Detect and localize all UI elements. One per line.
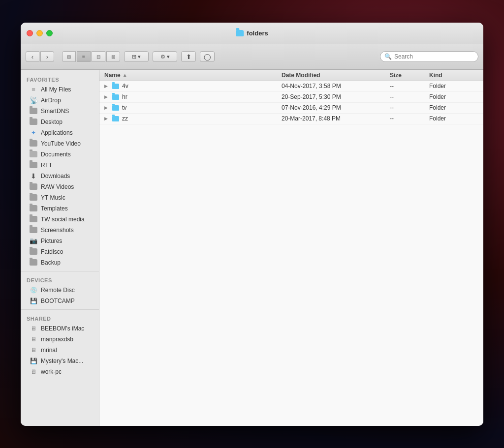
file-kind-hr: Folder <box>429 93 478 100</box>
window-title-text: folders <box>247 30 268 37</box>
table-row[interactable]: ▶ zz 20-Mar-2017, 8:48 PM -- Folder <box>99 114 483 124</box>
sidebar-item-tw-social-media[interactable]: TW social media <box>23 214 97 225</box>
sidebar-label-raw-videos: RAW Videos <box>41 183 74 190</box>
sidebar: Favorites ≡ All My Files 📡 AirDrop Smart… <box>21 70 99 426</box>
share-button[interactable]: ⬆ <box>181 51 196 62</box>
all-files-icon: ≡ <box>30 86 37 93</box>
expand-arrow-4v[interactable]: ▶ <box>104 84 109 89</box>
sidebar-label-documents: Documents <box>41 151 71 158</box>
sidebar-item-desktop[interactable]: Desktop <box>23 117 97 127</box>
file-name-tv: tv <box>122 104 126 111</box>
file-size-tv: -- <box>390 104 429 111</box>
expand-arrow-hr[interactable]: ▶ <box>104 94 109 99</box>
share-icon: ⬆ <box>186 53 191 60</box>
tag-icon: ◯ <box>204 53 211 60</box>
sidebar-label-airdrop: AirDrop <box>41 97 61 104</box>
sidebar-label-backup: Backup <box>41 259 61 266</box>
sidebar-item-manpraxdsb[interactable]: 🖥 manpraxdsb <box>23 334 97 345</box>
mysterys-mac-icon: 💾 <box>30 357 37 365</box>
fatdisco-folder-icon <box>30 248 37 256</box>
sidebar-item-templates[interactable]: Templates <box>23 203 97 214</box>
action-arrow: ▾ <box>167 54 170 60</box>
file-size-4v: -- <box>390 83 429 90</box>
sidebar-item-documents[interactable]: Documents <box>23 149 97 160</box>
minimize-button[interactable] <box>36 30 43 36</box>
sidebar-item-mrinal[interactable]: 🖥 mrinal <box>23 345 97 356</box>
view-icon-button[interactable]: ⊞ <box>62 51 76 62</box>
table-row[interactable]: ▶ 4v 04-Nov-2017, 3:58 PM -- Folder <box>99 81 483 92</box>
sidebar-item-remote-disc[interactable]: 💿 Remote Disc <box>23 285 97 296</box>
tw-social-folder-icon <box>30 215 37 223</box>
title-folder-icon <box>236 30 244 36</box>
sidebar-label-templates: Templates <box>41 205 68 212</box>
sidebar-item-yt-music[interactable]: YT Music <box>23 192 97 203</box>
action-button[interactable]: ⚙ ▾ <box>153 51 177 62</box>
sidebar-item-bootcamp[interactable]: 💾 BOOTCAMP <box>23 296 97 306</box>
sidebar-item-beebom-imac[interactable]: 🖥 BEEBOM's iMac <box>23 323 97 334</box>
sidebar-item-fatdisco[interactable]: Fatdisco <box>23 246 97 257</box>
sidebar-label-manpraxdsb: manpraxdsb <box>41 336 73 343</box>
pictures-icon: 📷 <box>30 237 37 245</box>
close-button[interactable] <box>27 30 33 36</box>
downloads-icon: ⬇ <box>30 172 37 180</box>
file-name-zz: zz <box>122 115 128 122</box>
sidebar-label-all-my-files: All My Files <box>41 86 71 93</box>
file-date-tv: 07-Nov-2016, 4:29 PM <box>282 104 390 111</box>
sidebar-label-mysterys-mac: Mystery's Mac... <box>41 358 83 364</box>
sidebar-item-pictures[interactable]: 📷 Pictures <box>23 236 97 246</box>
sidebar-item-raw-videos[interactable]: RAW Videos <box>23 181 97 192</box>
manpraxdsb-icon: 🖥 <box>30 335 37 343</box>
forward-button[interactable]: › <box>40 51 54 62</box>
gear-icon: ⚙ <box>160 54 165 60</box>
file-table-header: Name ▲ Date Modified Size Kind <box>99 70 483 81</box>
sidebar-item-rtt[interactable]: RTT <box>23 160 97 171</box>
search-box[interactable]: 🔍 <box>380 51 478 62</box>
expand-arrow-tv[interactable]: ▶ <box>104 105 109 110</box>
sidebar-item-airdrop[interactable]: 📡 AirDrop <box>23 95 97 106</box>
sidebar-item-downloads[interactable]: ⬇ Downloads <box>23 171 97 181</box>
expand-arrow-zz[interactable]: ▶ <box>104 116 109 121</box>
sidebar-label-tw-social-media: TW social media <box>41 216 85 223</box>
sidebar-label-remote-disc: Remote Disc <box>41 287 75 294</box>
folder-icon-4v <box>112 84 119 89</box>
content-area: Favorites ≡ All My Files 📡 AirDrop Smart… <box>21 70 483 426</box>
col-date-label: Date Modified <box>282 72 320 79</box>
sidebar-item-all-my-files[interactable]: ≡ All My Files <box>23 84 97 95</box>
sidebar-label-work-pc: work-pc <box>41 368 62 375</box>
sidebar-item-mysterys-mac[interactable]: 💾 Mystery's Mac... <box>23 356 97 366</box>
file-size-hr: -- <box>390 93 429 100</box>
sidebar-item-work-pc[interactable]: 🖥 work-pc <box>23 366 97 377</box>
sidebar-item-backup[interactable]: Backup <box>23 257 97 268</box>
arrange-arrow: ▾ <box>138 54 141 60</box>
sidebar-item-youtube-video[interactable]: YouTube Video <box>23 138 97 149</box>
arrange-button[interactable]: ⊞ ▾ <box>124 51 149 62</box>
table-row[interactable]: ▶ hr 20-Sep-2017, 5:30 PM -- Folder <box>99 92 483 103</box>
sidebar-item-applications[interactable]: ✦ Applications <box>23 127 97 138</box>
arrange-icon: ⊞ <box>132 54 136 60</box>
tag-button[interactable]: ◯ <box>200 51 215 62</box>
col-header-date[interactable]: Date Modified <box>282 72 390 79</box>
sidebar-item-screenshots[interactable]: Screenshots <box>23 225 97 236</box>
view-buttons: ⊞ ≡ ⊟ ⊠ <box>62 51 120 62</box>
view-columns-button[interactable]: ⊟ <box>92 51 105 62</box>
search-input[interactable] <box>394 53 474 60</box>
nav-buttons: ‹ › <box>26 51 54 62</box>
table-row[interactable]: ▶ tv 07-Nov-2016, 4:29 PM -- Folder <box>99 103 483 114</box>
view-coverflow-button[interactable]: ⊠ <box>106 51 120 62</box>
maximize-button[interactable] <box>46 30 53 36</box>
sidebar-item-smartdns[interactable]: SmartDNS <box>23 106 97 117</box>
file-kind-4v: Folder <box>429 83 478 90</box>
sidebar-section-devices: Devices <box>21 274 99 285</box>
view-list-button[interactable]: ≡ <box>77 51 91 62</box>
work-pc-icon: 🖥 <box>30 368 37 376</box>
search-icon: 🔍 <box>384 53 392 60</box>
col-header-kind[interactable]: Kind <box>429 72 478 79</box>
col-header-size[interactable]: Size <box>390 72 429 79</box>
title-bar: folders <box>21 23 483 44</box>
file-name-cell-hr: ▶ hr <box>104 93 282 100</box>
backup-folder-icon <box>30 259 37 267</box>
file-name-cell-4v: ▶ 4v <box>104 83 282 90</box>
yt-music-folder-icon <box>30 194 37 202</box>
back-button[interactable]: ‹ <box>26 51 39 62</box>
col-header-name[interactable]: Name ▲ <box>104 72 282 79</box>
